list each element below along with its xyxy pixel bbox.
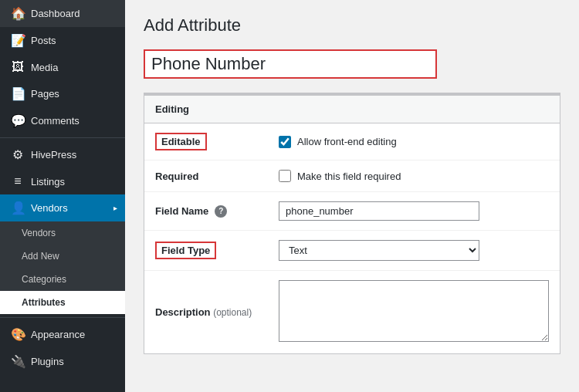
editable-value-cell: Allow front-end editing: [268, 123, 560, 161]
sidebar-item-label: Listings: [31, 176, 65, 188]
listings-icon: ≡: [11, 174, 25, 188]
sidebar-item-label: HivePress: [31, 149, 76, 161]
sidebar-separator-2: [0, 317, 125, 318]
description-label: Description: [155, 306, 211, 318]
submenu-label: Attributes: [22, 297, 66, 308]
sidebar-item-vendors[interactable]: 👤 Vendors ▸: [0, 194, 125, 221]
submenu-item-add-new[interactable]: Add New: [0, 245, 125, 268]
sidebar-item-posts[interactable]: 📝 Posts: [0, 27, 125, 54]
required-checkbox-label[interactable]: Make this field required: [279, 170, 549, 182]
comments-icon: 💬: [11, 113, 25, 128]
field-type-value-cell: Text Number Date Email URL Select Checkb…: [268, 231, 560, 271]
posts-icon: 📝: [11, 33, 25, 48]
field-name-label-cell: Field Name ?: [144, 192, 268, 231]
submenu-item-attributes[interactable]: Attributes: [0, 291, 125, 314]
submenu-item-vendors[interactable]: Vendors: [0, 221, 125, 245]
sidebar-item-appearance[interactable]: 🎨 Appearance: [0, 321, 125, 348]
description-value-cell: [268, 271, 560, 354]
sidebar-item-hivepress[interactable]: ⚙ HivePress: [0, 141, 125, 168]
sidebar-item-label: Posts: [31, 35, 56, 46]
required-label-cell: Required: [144, 161, 268, 192]
required-checkbox-text: Make this field required: [297, 171, 401, 182]
sidebar-item-label: Vendors: [31, 202, 68, 214]
main-content: Add Attribute Editing Editable Allow fro…: [125, 0, 579, 392]
editable-checkbox-label[interactable]: Allow front-end editing: [279, 136, 549, 148]
sidebar-item-pages[interactable]: 📄 Pages: [0, 80, 125, 107]
required-checkbox[interactable]: [279, 170, 291, 182]
description-row: Description (optional): [144, 271, 560, 354]
editable-label: Editable: [155, 133, 207, 150]
field-type-label: Field Type: [155, 242, 216, 259]
editable-row: Editable Allow front-end editing: [144, 123, 560, 161]
dashboard-icon: 🏠: [11, 6, 25, 21]
field-name-label: Field Name: [155, 205, 208, 217]
sidebar-item-label: Media: [31, 62, 58, 73]
sidebar-item-dashboard[interactable]: 🏠 Dashboard: [0, 0, 125, 27]
sidebar-item-label: Plugins: [31, 356, 64, 367]
editing-form-table: Editable Allow front-end editing Require…: [144, 123, 560, 353]
submenu-label: Categories: [22, 274, 66, 285]
sidebar: 🏠 Dashboard 📝 Posts 🖼 Media 📄 Pages 💬 Co…: [0, 0, 125, 392]
editable-checkbox-text: Allow front-end editing: [297, 136, 397, 147]
plugins-icon: 🔌: [11, 354, 25, 369]
description-optional: (optional): [213, 307, 252, 318]
sidebar-item-comments[interactable]: 💬 Comments: [0, 107, 125, 134]
field-type-label-cell: Field Type: [144, 231, 268, 271]
sidebar-item-label: Comments: [31, 115, 80, 127]
required-row: Required Make this field required: [144, 161, 560, 192]
editable-label-cell: Editable: [144, 123, 268, 161]
field-name-input[interactable]: [279, 201, 479, 221]
sidebar-separator: [0, 137, 125, 138]
editing-section: Editing Editable Allow front-end editing: [144, 93, 560, 354]
media-icon: 🖼: [11, 60, 25, 74]
chevron-icon: ▸: [113, 204, 117, 212]
sidebar-item-plugins[interactable]: 🔌 Plugins: [0, 348, 125, 375]
vendors-submenu: Vendors Add New Categories Attributes: [0, 221, 125, 314]
field-type-row: Field Type Text Number Date Email URL Se…: [144, 231, 560, 271]
section-editing-title: Editing: [144, 96, 560, 123]
required-value-cell: Make this field required: [268, 161, 560, 192]
attribute-name-input[interactable]: [144, 49, 437, 79]
pages-icon: 📄: [11, 86, 25, 101]
description-label-cell: Description (optional): [144, 271, 268, 354]
sidebar-item-label: Dashboard: [31, 8, 80, 19]
vendors-icon: 👤: [11, 201, 25, 215]
field-type-select[interactable]: Text Number Date Email URL Select Checkb…: [279, 240, 479, 261]
page-title: Add Attribute: [144, 15, 560, 35]
field-name-help-icon[interactable]: ?: [215, 205, 227, 218]
description-textarea[interactable]: [279, 280, 549, 342]
sidebar-item-label: Pages: [31, 88, 59, 100]
field-name-row: Field Name ?: [144, 192, 560, 231]
required-label: Required: [155, 171, 198, 182]
hivepress-icon: ⚙: [11, 147, 25, 162]
sidebar-item-listings[interactable]: ≡ Listings: [0, 168, 125, 194]
submenu-label: Add New: [22, 251, 59, 262]
submenu-item-categories[interactable]: Categories: [0, 268, 125, 291]
field-name-value-cell: [268, 192, 560, 231]
submenu-label: Vendors: [22, 228, 56, 238]
sidebar-item-label: Appearance: [31, 329, 85, 340]
editable-checkbox[interactable]: [279, 136, 291, 148]
sidebar-item-media[interactable]: 🖼 Media: [0, 54, 125, 80]
appearance-icon: 🎨: [11, 327, 25, 342]
